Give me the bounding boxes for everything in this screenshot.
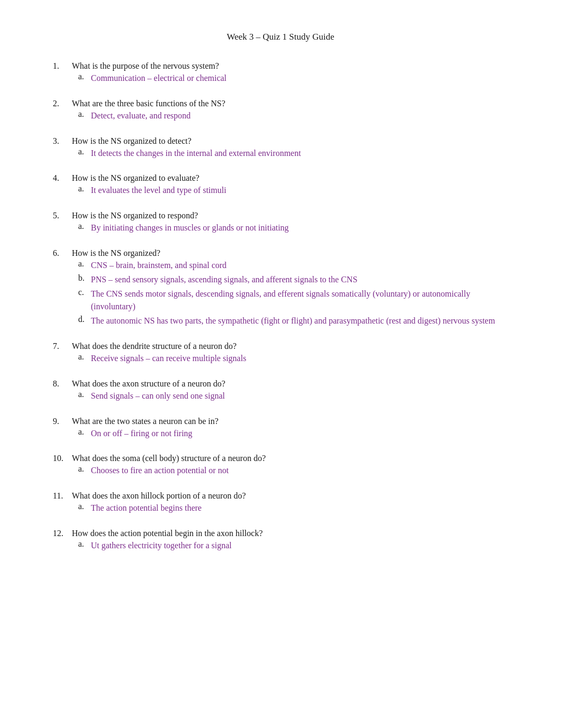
answer-item-9-1: a.On or off – firing or not firing [78, 427, 508, 440]
answer-label-5-1: a. [78, 222, 91, 231]
answer-text-6-2: PNS – send sensory signals, ascending si… [91, 273, 508, 287]
answer-item-8-1: a.Send signals – can only send one signa… [78, 390, 508, 403]
question-item-8: 8.What does the axon structure of a neur… [53, 379, 508, 403]
question-item-5: 5.How is the NS organized to respond?a.B… [53, 211, 508, 235]
answer-item-11-1: a.The action potential begins there [78, 502, 508, 515]
answer-label-4-1: a. [78, 184, 91, 193]
question-text-10: What does the soma (cell body) structure… [72, 454, 508, 463]
answer-label-10-1: a. [78, 464, 91, 474]
answer-list-3: a.It detects the changes in the internal… [72, 147, 508, 160]
question-text-12: How does the action potential begin in t… [72, 529, 508, 538]
answer-item-6-1: a.CNS – brain, brainstem, and spinal cor… [78, 259, 508, 272]
question-text-9: What are the two states a neuron can be … [72, 417, 508, 426]
question-item-3: 3.How is the NS organized to detect?a.It… [53, 136, 508, 160]
question-number-12: 12. [53, 529, 72, 538]
answer-list-2: a.Detect, evaluate, and respond [72, 109, 508, 123]
answer-item-2-1: a.Detect, evaluate, and respond [78, 109, 508, 123]
question-number-10: 10. [53, 454, 72, 463]
question-content-5: How is the NS organized to respond?a.By … [72, 211, 508, 235]
question-content-7: What does the dendrite structure of a ne… [72, 342, 508, 365]
question-item-9: 9.What are the two states a neuron can b… [53, 417, 508, 440]
question-item-7: 7.What does the dendrite structure of a … [53, 342, 508, 365]
answer-text-2-1: Detect, evaluate, and respond [91, 109, 508, 123]
question-text-8: What does the axon structure of a neuron… [72, 379, 508, 389]
answer-text-11-1: The action potential begins there [91, 502, 508, 515]
answer-list-8: a.Send signals – can only send one signa… [72, 390, 508, 403]
question-text-4: How is the NS organized to evaluate? [72, 173, 508, 183]
answer-item-1-1: a.Communication – electrical or chemical [78, 72, 508, 85]
question-item-10: 10.What does the soma (cell body) struct… [53, 454, 508, 477]
question-text-7: What does the dendrite structure of a ne… [72, 342, 508, 351]
answer-list-9: a.On or off – firing or not firing [72, 427, 508, 440]
answer-text-3-1: It detects the changes in the internal a… [91, 147, 508, 160]
answer-label-11-1: a. [78, 502, 91, 511]
answer-list-11: a.The action potential begins there [72, 502, 508, 515]
question-item-6: 6.How is the NS organized?a.CNS – brain,… [53, 248, 508, 328]
question-number-2: 2. [53, 99, 72, 108]
answer-label-1-1: a. [78, 72, 91, 81]
question-number-8: 8. [53, 379, 72, 389]
answer-list-6: a.CNS – brain, brainstem, and spinal cor… [72, 259, 508, 328]
answer-label-6-4: d. [78, 315, 91, 324]
answer-list-5: a.By initiating changes in muscles or gl… [72, 222, 508, 235]
answer-label-6-2: b. [78, 273, 91, 283]
answer-label-6-3: c. [78, 288, 91, 297]
question-content-12: How does the action potential begin in t… [72, 529, 508, 552]
answer-text-5-1: By initiating changes in muscles or glan… [91, 222, 508, 235]
question-text-3: How is the NS organized to detect? [72, 136, 508, 146]
answer-text-6-1: CNS – brain, brainstem, and spinal cord [91, 259, 508, 272]
question-number-5: 5. [53, 211, 72, 220]
question-content-6: How is the NS organized?a.CNS – brain, b… [72, 248, 508, 328]
question-text-2: What are the three basic functions of th… [72, 99, 508, 108]
answer-item-5-1: a.By initiating changes in muscles or gl… [78, 222, 508, 235]
question-number-6: 6. [53, 248, 72, 258]
answer-item-7-1: a.Receive signals – can receive multiple… [78, 352, 508, 365]
question-number-4: 4. [53, 173, 72, 183]
answer-item-4-1: a.It evaluates the level and type of sti… [78, 184, 508, 197]
question-item-2: 2.What are the three basic functions of … [53, 99, 508, 123]
question-text-11: What does the axon hillock portion of a … [72, 491, 508, 501]
question-content-10: What does the soma (cell body) structure… [72, 454, 508, 477]
questions-container: 1.What is the purpose of the nervous sys… [53, 61, 508, 552]
answer-label-2-1: a. [78, 109, 91, 119]
answer-text-9-1: On or off – firing or not firing [91, 427, 508, 440]
answer-text-8-1: Send signals – can only send one signal [91, 390, 508, 403]
question-item-4: 4.How is the NS organized to evaluate?a.… [53, 173, 508, 197]
question-text-6: How is the NS organized? [72, 248, 508, 258]
question-number-11: 11. [53, 491, 72, 501]
question-item-12: 12.How does the action potential begin i… [53, 529, 508, 552]
answer-text-7-1: Receive signals – can receive multiple s… [91, 352, 508, 365]
question-text-5: How is the NS organized to respond? [72, 211, 508, 220]
question-number-3: 3. [53, 136, 72, 146]
answer-text-12-1: Ut gathers electricity together for a si… [91, 539, 508, 552]
answer-list-10: a.Chooses to fire an action potential or… [72, 464, 508, 477]
answer-label-9-1: a. [78, 427, 91, 437]
question-content-4: How is the NS organized to evaluate?a.It… [72, 173, 508, 197]
answer-list-7: a.Receive signals – can receive multiple… [72, 352, 508, 365]
answer-text-10-1: Chooses to fire an action potential or n… [91, 464, 508, 477]
question-content-8: What does the axon structure of a neuron… [72, 379, 508, 403]
page-title: Week 3 – Quiz 1 Study Guide [53, 32, 508, 42]
answer-item-6-2: b.PNS – send sensory signals, ascending … [78, 273, 508, 287]
answer-item-6-3: c.The CNS sends motor signals, descendin… [78, 288, 508, 314]
answer-item-3-1: a.It detects the changes in the internal… [78, 147, 508, 160]
question-item-11: 11.What does the axon hillock portion of… [53, 491, 508, 515]
answer-label-6-1: a. [78, 259, 91, 269]
question-content-9: What are the two states a neuron can be … [72, 417, 508, 440]
question-text-1: What is the purpose of the nervous syste… [72, 61, 508, 71]
answer-label-3-1: a. [78, 147, 91, 156]
answer-list-4: a.It evaluates the level and type of sti… [72, 184, 508, 197]
answer-text-1-1: Communication – electrical or chemical [91, 72, 508, 85]
question-content-3: How is the NS organized to detect?a.It d… [72, 136, 508, 160]
answer-text-6-3: The CNS sends motor signals, descending … [91, 288, 508, 314]
question-number-1: 1. [53, 61, 72, 71]
answer-label-7-1: a. [78, 352, 91, 362]
question-content-1: What is the purpose of the nervous syste… [72, 61, 508, 85]
answer-label-8-1: a. [78, 390, 91, 399]
question-content-11: What does the axon hillock portion of a … [72, 491, 508, 515]
question-content-2: What are the three basic functions of th… [72, 99, 508, 123]
answer-text-4-1: It evaluates the level and type of stimu… [91, 184, 508, 197]
question-item-1: 1.What is the purpose of the nervous sys… [53, 61, 508, 85]
answer-label-12-1: a. [78, 539, 91, 549]
answer-list-1: a.Communication – electrical or chemical [72, 72, 508, 85]
